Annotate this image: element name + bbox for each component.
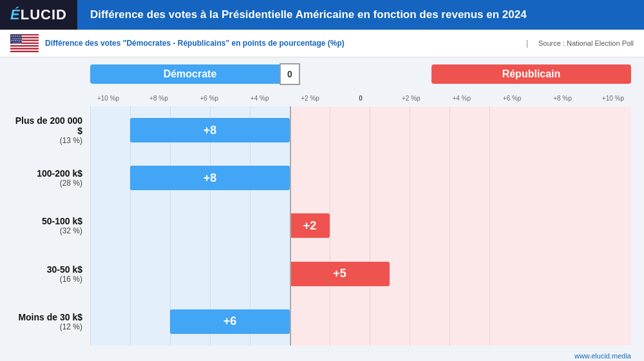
bar-row: 100-200 k$(28 %)+8 bbox=[13, 155, 631, 201]
republican-bar: +5 bbox=[290, 262, 390, 286]
axis-label-6: +2 %p bbox=[393, 95, 429, 102]
bar-label-main: 50-100 k$ bbox=[13, 216, 82, 226]
axis-label-5: 0 bbox=[343, 95, 379, 102]
axis-row: +10 %p +8 %p +6 %p +4 %p +2 %p 0 +2 %p +… bbox=[13, 91, 631, 105]
svg-rect-12 bbox=[10, 51, 39, 52]
axis-labels: +10 %p +8 %p +6 %p +4 %p +2 %p 0 +2 %p +… bbox=[90, 95, 631, 102]
zero-line bbox=[290, 106, 291, 346]
subtitle-text: Différence des votes "Démocrates - Répub… bbox=[45, 39, 516, 48]
democrat-bar: +6 bbox=[170, 309, 290, 334]
democrat-legend: Démocrate bbox=[90, 64, 290, 84]
bar-row: Plus de 200 000 $(13 %)+8 bbox=[13, 107, 631, 153]
bar-track: +2 bbox=[90, 211, 631, 240]
us-flag-icon: ★★★★★★ ★★★★★ ★★★★★★ ★★★★★ bbox=[10, 34, 39, 52]
axis-label-7: +4 %p bbox=[444, 95, 480, 102]
bar-row: 30-50 k$(16 %)+5 bbox=[13, 251, 631, 297]
bar-row: Moins de 30 k$(12 %)+6 bbox=[13, 298, 631, 345]
svg-text:★★★★★: ★★★★★ bbox=[12, 42, 22, 44]
axis-label-10: +10 %p bbox=[595, 95, 631, 102]
subtitle-row: ★★★★★★ ★★★★★ ★★★★★★ ★★★★★ Différence des… bbox=[0, 30, 644, 57]
bar-track: +6 bbox=[90, 307, 631, 336]
main-container: ÉLUCID Différence des votes à la Préside… bbox=[0, 0, 644, 361]
svg-rect-9 bbox=[10, 46, 39, 48]
bar-track: +5 bbox=[90, 260, 631, 288]
axis-label-2: +6 %p bbox=[191, 95, 227, 102]
svg-rect-10 bbox=[10, 48, 39, 50]
bar-label-sub: (16 %) bbox=[13, 275, 82, 284]
page-title: Différence des votes à la Présidentielle… bbox=[90, 8, 527, 21]
bar-label-main: 100-200 k$ bbox=[13, 168, 82, 179]
axis-label-0: +10 %p bbox=[90, 95, 126, 102]
democrat-bar: +8 bbox=[130, 118, 290, 142]
svg-rect-8 bbox=[10, 45, 39, 46]
bar-label-sub: (12 %) bbox=[13, 322, 82, 331]
bar-row: 50-100 k$(32 %)+2 bbox=[13, 202, 631, 249]
bar-label-main: 30-50 k$ bbox=[13, 264, 82, 275]
zero-box: 0 bbox=[279, 63, 300, 85]
logo: ÉLUCID bbox=[10, 6, 67, 23]
footer-row: www.elucid.media bbox=[0, 351, 644, 361]
republican-bar: +2 bbox=[290, 213, 330, 238]
source-text: Source : National Election Poll bbox=[538, 39, 634, 47]
bar-label-sub: (13 %) bbox=[13, 136, 82, 145]
bars-container: Plus de 200 000 $(13 %)+8100-200 k$(28 %… bbox=[13, 106, 631, 346]
legend-row: Démocrate 0 Républicain bbox=[13, 60, 631, 88]
axis-label-1: +8 %p bbox=[140, 95, 176, 102]
title-box: Différence des votes à la Présidentielle… bbox=[77, 0, 644, 30]
bar-label-main: Plus de 200 000 $ bbox=[13, 115, 82, 136]
republican-legend: Républicain bbox=[431, 64, 631, 84]
header: ÉLUCID Différence des votes à la Préside… bbox=[0, 0, 644, 30]
bar-track: +8 bbox=[90, 164, 631, 192]
website-url: www.elucid.media bbox=[574, 352, 631, 360]
axis-label-9: +8 %p bbox=[545, 95, 581, 102]
axis-label-8: +6 %p bbox=[494, 95, 530, 102]
axis-label-3: +4 %p bbox=[242, 95, 278, 102]
logo-box: ÉLUCID bbox=[0, 0, 77, 30]
axis-label-4: +2 %p bbox=[292, 95, 328, 102]
chart-area: Démocrate 0 Républicain +10 %p +8 %p +6 … bbox=[0, 57, 644, 351]
svg-rect-11 bbox=[10, 50, 39, 51]
bar-track: +8 bbox=[90, 116, 631, 144]
bar-label-main: Moins de 30 k$ bbox=[13, 312, 82, 322]
bar-label-sub: (28 %) bbox=[13, 179, 82, 188]
democrat-bar: +8 bbox=[130, 166, 290, 190]
bar-label-sub: (32 %) bbox=[13, 226, 82, 235]
